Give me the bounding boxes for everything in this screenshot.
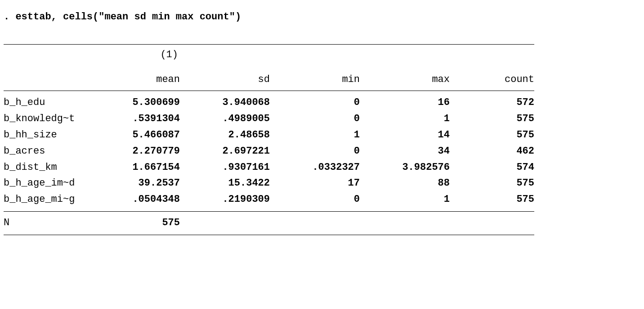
col-header-mean: mean [80, 69, 180, 91]
esttab-output-table: (1) mean sd min max count b_h_edu 5.3006… [4, 44, 534, 235]
footer-label: N [4, 212, 80, 235]
table-row: b_knowledg~t .5391304 .4989005 0 1 575 [4, 111, 534, 127]
col-header-count: count [450, 69, 534, 91]
command-line: . esttab, cells("mean sd min max count") [4, 11, 640, 23]
footer-value: 575 [80, 212, 180, 235]
col-header-max: max [360, 69, 450, 91]
table-row: b_hh_size 5.466087 2.48658 1 14 575 [4, 127, 534, 143]
model-label: (1) [160, 49, 180, 60]
table-row: b_acres 2.270779 2.697221 0 34 462 [4, 143, 534, 159]
table-row: b_h_age_mi~g .0504348 .2190309 0 1 575 [4, 191, 534, 208]
table-row: b_dist_km 1.667154 .9307161 .0332327 3.9… [4, 159, 534, 176]
col-header-min: min [270, 69, 360, 91]
table-row: b_h_edu 5.300699 3.940068 0 16 572 [4, 95, 534, 111]
table-row: b_h_age_im~d 39.2537 15.3422 17 88 575 [4, 175, 534, 191]
col-header-sd: sd [180, 69, 270, 91]
